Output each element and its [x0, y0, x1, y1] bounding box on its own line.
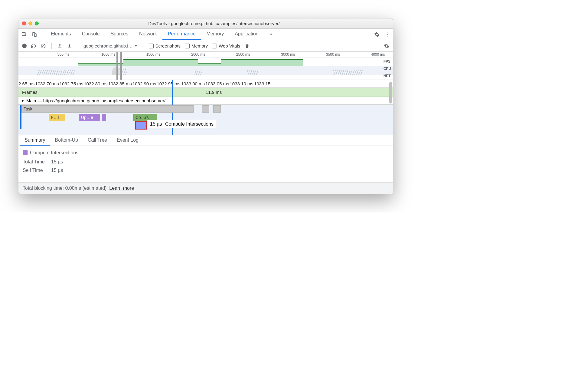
bottom-tabs: Summary Bottom-Up Call Tree Event Log: [18, 135, 393, 146]
tab-network[interactable]: Network: [134, 29, 162, 40]
upload-icon[interactable]: [57, 43, 63, 49]
recording-select-label: googlechrome.github.i…: [83, 43, 133, 48]
main-tabs: Elements Console Sources Network Perform…: [18, 29, 393, 40]
traffic-lights: [22, 21, 39, 25]
tab-sources[interactable]: Sources: [105, 29, 134, 40]
detail-ruler: 2.65 ms 1032.70 ms 1032.75 ms 1032.80 ms…: [18, 80, 393, 88]
btab-bottomup[interactable]: Bottom-Up: [50, 135, 83, 146]
summary-row: Total Time 15 µs: [23, 159, 389, 165]
event-block[interactable]: [102, 114, 106, 121]
chevron-down-icon[interactable]: ▼: [21, 99, 24, 103]
zoom-button[interactable]: [35, 21, 39, 25]
fps-label: FPS: [384, 59, 391, 64]
titlebar: DevTools - googlechrome.github.io/sample…: [18, 18, 393, 29]
summary-row: Self Time 15 µs: [23, 168, 389, 173]
tab-memory[interactable]: Memory: [201, 29, 229, 40]
devtools-window: DevTools - googlechrome.github.io/sample…: [18, 18, 393, 194]
svg-point-5: [387, 35, 388, 36]
event-task[interactable]: Task: [21, 105, 194, 113]
svg-point-4: [387, 34, 388, 35]
net-row: [18, 75, 393, 80]
frames-row: Frames 11.9 ms: [18, 88, 393, 97]
fps-row: [18, 58, 393, 66]
frames-label: Frames: [22, 90, 38, 95]
webvitals-checkbox[interactable]: Web Vitals: [212, 43, 240, 48]
main-thread-header[interactable]: ▼ Main — https://googlechrome.github.io/…: [18, 97, 393, 105]
clear-icon[interactable]: [41, 43, 46, 49]
record-button[interactable]: [22, 44, 27, 48]
frames-time: 11.9 ms: [206, 90, 222, 95]
summary-event-name: Compute Intersections: [30, 150, 78, 156]
event-task[interactable]: [202, 105, 210, 113]
learn-more-link[interactable]: Learn more: [109, 186, 134, 191]
delete-icon[interactable]: [244, 43, 250, 49]
overview-ruler: 500 ms 1000 ms 1500 ms 2000 ms 2500 ms 3…: [18, 52, 393, 58]
net-label: NET: [384, 74, 391, 78]
event-block[interactable]: E…l: [49, 114, 65, 121]
cpu-row: [18, 66, 393, 75]
minimize-button[interactable]: [28, 21, 32, 25]
flame-chart[interactable]: 2.65 ms 1032.70 ms 1032.75 ms 1032.80 ms…: [18, 80, 393, 135]
btab-summary[interactable]: Summary: [20, 135, 50, 146]
inspect-icon[interactable]: [21, 32, 27, 37]
svg-point-3: [387, 32, 388, 33]
footer: Total blocking time: 0.00ms (estimated) …: [18, 182, 393, 194]
close-button[interactable]: [22, 21, 26, 25]
summary-panel: Compute Intersections Total Time 15 µs S…: [18, 146, 393, 182]
btab-calltree[interactable]: Call Tree: [83, 135, 112, 146]
tab-more[interactable]: »: [264, 29, 277, 40]
capture-settings-icon[interactable]: [384, 43, 389, 49]
device-toggle-icon[interactable]: [32, 32, 37, 37]
gear-icon[interactable]: [374, 32, 380, 37]
event-task[interactable]: [213, 105, 221, 113]
tab-elements[interactable]: Elements: [45, 29, 77, 40]
event-block[interactable]: Up…e: [79, 114, 100, 121]
recording-select[interactable]: googlechrome.github.i… ▼: [83, 43, 138, 48]
scrollbar-thumb[interactable]: [389, 82, 392, 104]
btab-eventlog[interactable]: Event Log: [112, 135, 143, 146]
event-tooltip: 15 µs Compute Intersections: [147, 120, 217, 128]
overview-timeline[interactable]: 500 ms 1000 ms 1500 ms 2000 ms 2500 ms 3…: [18, 52, 393, 80]
tab-application[interactable]: Application: [229, 29, 264, 40]
memory-checkbox[interactable]: Memory: [185, 43, 208, 48]
window-title: DevTools - googlechrome.github.io/sample…: [39, 21, 389, 26]
main-thread-label: Main — https://googlechrome.github.io/sa…: [26, 98, 165, 103]
reload-icon[interactable]: [31, 43, 36, 49]
blocking-time-text: Total blocking time: 0.00ms (estimated): [23, 186, 106, 191]
event-selected[interactable]: [136, 122, 146, 129]
kebab-icon[interactable]: [384, 32, 390, 37]
cpu-label: CPU: [384, 67, 391, 71]
download-icon[interactable]: [67, 43, 72, 49]
tab-performance[interactable]: Performance: [162, 29, 201, 40]
perf-toolbar: googlechrome.github.i… ▼ Screenshots Mem…: [18, 40, 393, 52]
screenshots-checkbox[interactable]: Screenshots: [149, 43, 181, 48]
tab-console[interactable]: Console: [77, 29, 105, 40]
event-color-swatch: [23, 150, 28, 155]
